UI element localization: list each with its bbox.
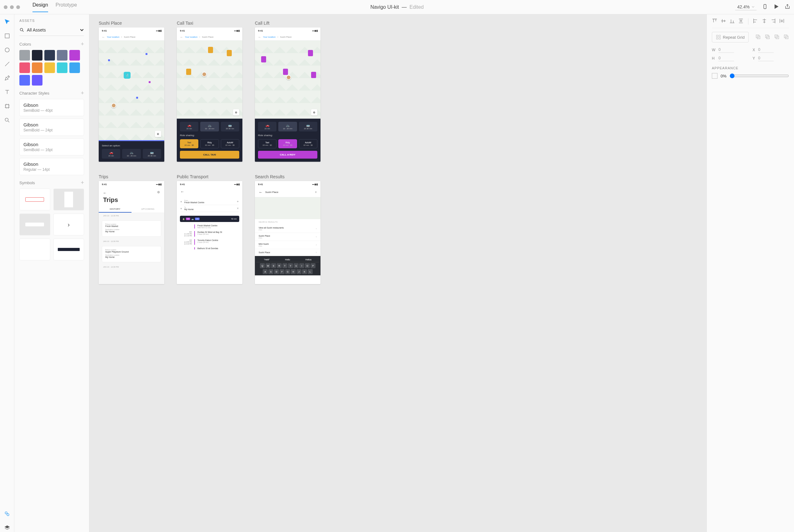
trip-card[interactable]: Pickup LocationSuper Playstore GroundDes… xyxy=(102,246,161,262)
color-swatch[interactable] xyxy=(32,50,42,61)
artboard-label[interactable]: Sushi Place xyxy=(99,21,164,25)
boolean-exclude-icon[interactable] xyxy=(783,34,789,41)
character-style[interactable]: GibsonSemiBold — 24pt xyxy=(19,119,84,136)
color-swatch[interactable] xyxy=(69,50,80,61)
color-swatch[interactable] xyxy=(57,62,68,73)
align-bottom-icon[interactable] xyxy=(730,18,735,25)
add-color-button[interactable]: + xyxy=(80,41,84,48)
assets-icon[interactable] xyxy=(4,511,10,518)
window-controls[interactable] xyxy=(4,5,20,9)
align-top-icon[interactable] xyxy=(712,18,718,25)
boolean-intersect-icon[interactable] xyxy=(774,34,780,41)
align-hcenter-icon[interactable] xyxy=(761,18,767,25)
search-result[interactable]: Sushi Place› xyxy=(255,249,320,256)
align-left-icon[interactable] xyxy=(753,18,758,25)
color-swatch[interactable] xyxy=(44,62,55,73)
line-tool[interactable] xyxy=(4,61,10,68)
ride-option[interactable]: Taxi22 min · $5 xyxy=(258,139,276,148)
keyboard-key[interactable]: K xyxy=(302,269,307,274)
keyboard-suggestion[interactable]: Hello xyxy=(285,259,290,261)
character-style[interactable]: GibsonSemiBold — 16pt xyxy=(19,138,84,155)
tab-prototype[interactable]: Prototype xyxy=(56,2,77,12)
tab-upcoming[interactable]: UPCOMING xyxy=(131,206,164,213)
text-tool[interactable] xyxy=(4,89,10,96)
asset-type-picker[interactable]: All Assets xyxy=(19,25,84,36)
ride-option[interactable]: Ridy22 min · $5 xyxy=(278,139,297,148)
keyboard-key[interactable]: P xyxy=(311,263,315,268)
artboard-search-results[interactable]: 9:41••• ◉ ▮ ←Sushi Place× SEARCH RESULTS… xyxy=(255,181,320,284)
align-vcenter-icon[interactable] xyxy=(721,18,726,25)
zoom-dropdown[interactable]: 42.4% xyxy=(735,4,757,10)
keyboard-key[interactable]: Q xyxy=(260,263,265,268)
character-style[interactable]: GibsonRegular — 14pt xyxy=(19,158,84,175)
keyboard-key[interactable]: U xyxy=(294,263,299,268)
keyboard-key[interactable]: F xyxy=(280,269,284,274)
rectangle-tool[interactable] xyxy=(4,33,10,40)
search-result[interactable]: Sushi Place2 km.› xyxy=(255,233,320,241)
locate-button[interactable]: ⊕ xyxy=(233,109,239,115)
canvas[interactable]: Sushi Place 9:41••• ◉ ▮ ←Your location›S… xyxy=(89,14,706,532)
device-preview-icon[interactable] xyxy=(762,4,768,10)
clear-search[interactable]: × xyxy=(315,190,317,194)
color-swatch[interactable] xyxy=(19,62,30,73)
symbol-thumb[interactable] xyxy=(53,189,84,210)
clear-dest[interactable]: × xyxy=(237,207,239,210)
transport-option[interactable]: 🚌25-30 min xyxy=(221,122,239,131)
color-swatch[interactable] xyxy=(19,75,30,86)
locate-button[interactable]: ⊕ xyxy=(155,131,161,137)
boolean-union-icon[interactable] xyxy=(755,34,761,41)
artboard-trips[interactable]: 9:41••• ◉ ▮ ←⚙ Trips HISTORY UPCOMING JA… xyxy=(99,181,164,284)
symbol-thumb[interactable] xyxy=(19,239,50,260)
keyboard-key[interactable]: S xyxy=(268,269,273,274)
play-icon[interactable] xyxy=(773,4,779,10)
keyboard[interactable]: "Helli"HelloHellos QWERTYUIOPASDFGHJKL xyxy=(255,256,320,276)
close-light[interactable] xyxy=(4,5,7,9)
ellipse-tool[interactable] xyxy=(4,47,10,54)
transport-option[interactable]: 🚲16 - 25 min xyxy=(278,122,297,131)
keyboard-key[interactable]: G xyxy=(285,269,290,274)
character-style[interactable]: GibsonSemiBold — 40pt xyxy=(19,99,84,116)
search-result[interactable]: Mini Sushi2 km.› xyxy=(255,241,320,249)
keyboard-suggestion[interactable]: "Helli" xyxy=(264,259,270,261)
artboard-lift[interactable]: 9:41••• ◉ ▮ ←Your location›Sushi Place ⊕… xyxy=(255,27,320,162)
transport-option[interactable]: 🚲16 - 25 min xyxy=(200,122,219,131)
artboard-label[interactable]: Public Transport xyxy=(177,174,242,179)
artboard-public-transport[interactable]: 9:41••• ◉ ▮ ← FromFresh Market Centre+ T… xyxy=(177,181,242,284)
transport-option[interactable]: 🚌25-30 min xyxy=(143,149,161,158)
ride-option[interactable]: AutoM22 min · $5 xyxy=(299,139,317,148)
add-waypoint[interactable]: + xyxy=(237,200,239,203)
tab-history[interactable]: HISTORY xyxy=(99,206,131,213)
width-field[interactable] xyxy=(718,47,734,53)
color-swatch[interactable] xyxy=(19,50,30,61)
keyboard-key[interactable]: D xyxy=(274,269,279,274)
select-tool[interactable] xyxy=(4,19,10,26)
locate-button[interactable]: ⊕ xyxy=(311,109,317,115)
zoom-tool[interactable] xyxy=(4,117,10,124)
keyboard-key[interactable]: L xyxy=(308,269,313,274)
ride-option[interactable]: Ridy22 min · $5 xyxy=(200,139,219,148)
keyboard-key[interactable]: I xyxy=(299,263,304,268)
layers-icon[interactable] xyxy=(4,525,10,532)
color-swatch[interactable] xyxy=(32,75,42,86)
keyboard-key[interactable]: R xyxy=(277,263,282,268)
symbol-thumb[interactable] xyxy=(53,239,84,260)
x-field[interactable] xyxy=(758,47,774,53)
keyboard-key[interactable]: Y xyxy=(288,263,293,268)
transport-option[interactable]: 🚗15 min xyxy=(180,122,198,131)
repeat-grid-button[interactable]: Repeat Grid xyxy=(712,32,749,42)
color-swatch[interactable] xyxy=(44,50,55,61)
keyboard-key[interactable]: O xyxy=(305,263,310,268)
add-symbol-button[interactable]: + xyxy=(80,179,84,186)
boolean-subtract-icon[interactable] xyxy=(765,34,770,41)
distribute-h-icon[interactable] xyxy=(779,18,784,25)
add-charstyle-button[interactable]: + xyxy=(80,90,84,96)
height-field[interactable] xyxy=(718,55,734,61)
keyboard-suggestion[interactable]: Hellos xyxy=(306,259,311,261)
symbol-thumb[interactable] xyxy=(19,189,50,210)
keyboard-key[interactable]: E xyxy=(271,263,276,268)
artboard-label[interactable]: Search Results xyxy=(255,174,320,179)
keyboard-key[interactable]: W xyxy=(265,263,271,268)
color-swatch[interactable] xyxy=(32,62,42,73)
y-field[interactable] xyxy=(758,55,774,61)
keyboard-key[interactable]: J xyxy=(296,269,301,274)
